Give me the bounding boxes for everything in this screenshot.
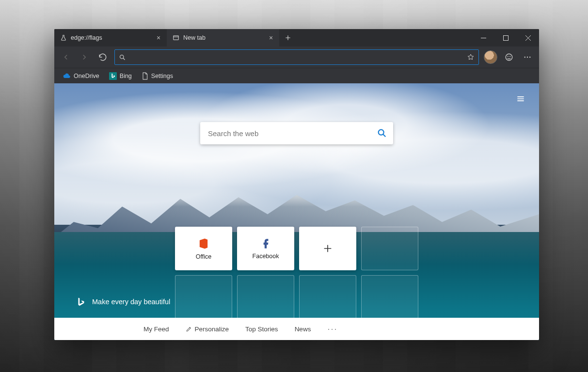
feed-personalize[interactable]: Personalize (186, 326, 229, 333)
newtab-icon (173, 34, 179, 41)
bookmark-label: Bing (120, 73, 132, 79)
favorite-star-icon[interactable] (467, 53, 475, 61)
bookmarks-bar: OneDrive Bing Settings (54, 68, 539, 83)
svg-point-8 (529, 57, 530, 58)
tab-strip: edge://flags × New tab × (54, 29, 539, 46)
new-tab-page: Office Facebook Make every day beautiful (54, 83, 539, 340)
tab-flags[interactable]: edge://flags × (54, 29, 167, 46)
top-sites-grid: Office Facebook (175, 227, 418, 319)
tile-office[interactable]: Office (175, 227, 232, 270)
office-icon (197, 237, 210, 250)
address-bar[interactable] (114, 49, 479, 65)
cloud-icon (63, 72, 71, 80)
address-input[interactable] (130, 54, 463, 61)
flask-icon (60, 34, 67, 41)
new-tab-button[interactable] (279, 29, 297, 46)
tab-close-button[interactable]: × (267, 33, 275, 42)
tab-title: edge://flags (71, 34, 150, 41)
tab-newtab[interactable]: New tab × (167, 29, 279, 46)
feedback-smiley-button[interactable] (500, 48, 518, 66)
tile-empty[interactable] (361, 275, 418, 319)
menu-button[interactable] (519, 48, 536, 66)
window-controls (472, 29, 539, 46)
svg-point-2 (120, 55, 124, 59)
svg-point-5 (510, 56, 510, 57)
page-icon (142, 72, 148, 80)
tile-empty[interactable] (361, 227, 418, 270)
svg-point-7 (527, 57, 528, 58)
tab-title: New tab (183, 34, 263, 41)
bookmark-settings[interactable]: Settings (138, 70, 177, 82)
feed-bar: My Feed Personalize Top Stories News ··· (54, 318, 539, 340)
tile-empty[interactable] (175, 275, 232, 319)
search-icon (119, 54, 126, 61)
minimize-button[interactable] (472, 29, 494, 46)
bing-logo-icon (76, 296, 86, 307)
bing-icon (109, 72, 117, 80)
svg-point-6 (524, 57, 525, 58)
pencil-icon (186, 326, 192, 332)
tile-facebook[interactable]: Facebook (237, 227, 294, 270)
svg-point-4 (508, 56, 508, 57)
bookmark-label: Settings (151, 73, 173, 79)
bookmark-onedrive[interactable]: OneDrive (59, 70, 103, 82)
tile-label: Facebook (253, 253, 279, 260)
feed-myfeed[interactable]: My Feed (143, 326, 169, 333)
svg-point-10 (379, 130, 384, 135)
tile-add[interactable] (299, 227, 356, 270)
feed-news[interactable]: News (295, 326, 311, 333)
profile-avatar[interactable] (484, 50, 497, 64)
feed-more-button[interactable]: ··· (327, 324, 337, 334)
page-menu-button[interactable] (512, 90, 529, 108)
svg-rect-9 (109, 72, 117, 80)
tile-empty[interactable] (299, 275, 356, 319)
svg-rect-1 (503, 35, 508, 40)
search-icon[interactable] (377, 128, 387, 139)
svg-rect-0 (174, 36, 179, 40)
toolbar (54, 46, 539, 68)
bookmark-bing[interactable]: Bing (105, 70, 136, 82)
forward-button[interactable] (76, 48, 93, 66)
tile-empty[interactable] (237, 275, 294, 319)
web-search-input[interactable] (208, 129, 377, 138)
tagline-text: Make every day beautiful (92, 298, 170, 306)
bing-tagline: Make every day beautiful (76, 296, 170, 307)
browser-window: edge://flags × New tab × (54, 29, 539, 340)
tile-label: Office (196, 253, 211, 260)
refresh-button[interactable] (94, 48, 111, 66)
bookmark-label: OneDrive (74, 73, 99, 79)
facebook-icon (259, 237, 272, 250)
svg-point-3 (506, 54, 512, 61)
web-search-box[interactable] (200, 122, 393, 144)
tab-close-button[interactable]: × (154, 33, 163, 42)
feed-topstories[interactable]: Top Stories (245, 326, 278, 333)
maximize-button[interactable] (494, 29, 517, 46)
close-window-button[interactable] (517, 29, 539, 46)
back-button[interactable] (57, 48, 75, 66)
